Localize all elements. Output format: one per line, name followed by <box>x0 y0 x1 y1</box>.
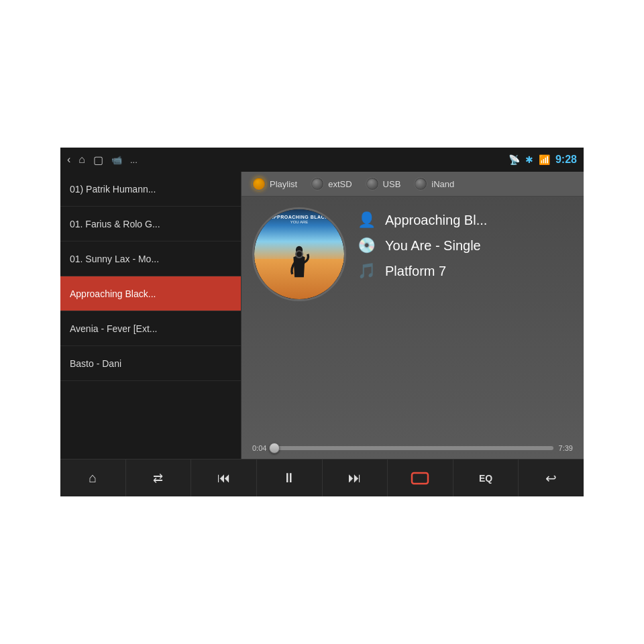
main-layout: 01) Patrik Humann...01. Farius & Rolo G.… <box>60 172 584 459</box>
home-button[interactable]: ⌂ <box>78 154 85 166</box>
source-tabs: PlaylistextSDUSBiNand <box>241 172 584 197</box>
now-playing: APPROACHING BLACK YOU ARE <box>241 197 584 444</box>
pause-button[interactable]: ⏸ <box>257 460 323 496</box>
album-center <box>295 250 303 258</box>
back-ctrl-button[interactable]: ↩ <box>519 460 584 496</box>
bluetooth-icon: ✱ <box>525 154 533 165</box>
album-row: 💿 You Are - Single <box>357 237 573 254</box>
source-dot-inand <box>414 177 427 191</box>
artist-name: Approaching Bl... <box>385 213 487 228</box>
source-tab-extsd[interactable]: extSD <box>311 177 352 191</box>
repeat-button[interactable] <box>388 460 453 496</box>
artist-icon: 👤 <box>357 211 376 229</box>
playlist-sidebar: 01) Patrik Humann...01. Farius & Rolo G.… <box>60 172 241 459</box>
clock: 9:28 <box>555 154 577 166</box>
time-current: 0:04 <box>252 444 266 452</box>
music-icon: 🎵 <box>357 262 376 280</box>
source-dot-usb <box>366 177 379 191</box>
svg-rect-1 <box>412 473 428 484</box>
shuffle-button[interactable]: ⇄ <box>126 460 192 496</box>
playlist-item[interactable]: 01) Patrik Humann... <box>60 172 241 207</box>
home-ctrl-button[interactable]: ⌂ <box>60 460 126 496</box>
album-name: You Are - Single <box>385 238 481 254</box>
track-row: 🎵 Platform 7 <box>357 262 573 280</box>
source-tab-usb[interactable]: USB <box>366 177 401 191</box>
source-tab-inand[interactable]: iNand <box>414 177 454 191</box>
source-tab-label-extsd: extSD <box>328 179 352 189</box>
playlist-item[interactable]: 01. Sunny Lax - Mo... <box>60 241 241 276</box>
track-info: 👤 Approaching Bl... 💿 You Are - Single 🎵… <box>357 205 573 280</box>
source-tab-label-playlist: Playlist <box>270 179 297 189</box>
next-button[interactable]: ⏭ <box>323 460 388 496</box>
source-tab-label-inand: iNand <box>431 179 454 189</box>
pause-icon: ⏸ <box>282 470 296 486</box>
source-tab-label-usb: USB <box>383 179 401 189</box>
album-title-text: APPROACHING BLACK <box>254 215 344 219</box>
camera-button[interactable]: 📹 <box>111 155 122 165</box>
cast-icon: 📡 <box>508 154 520 165</box>
playlist-item[interactable]: Basto - Dani <box>60 346 241 381</box>
source-dot-playlist <box>252 177 266 191</box>
shuffle-icon: ⇄ <box>153 471 163 486</box>
repeat-icon <box>411 470 429 486</box>
prev-button[interactable]: ⏮ <box>191 460 257 496</box>
status-bar-right: 📡 ✱ 📶 9:28 <box>508 154 577 166</box>
playlist-item-label: Basto - Dani <box>70 358 121 369</box>
device-frame: ‹ ⌂ ▢ 📹 ... 📡 ✱ 📶 9:28 01) Patrik Humann… <box>60 148 584 496</box>
bottom-controls: ⌂ ⇄ ⏮ ⏸ ⏭ EQ ↩ <box>60 459 584 496</box>
status-bar-left: ‹ ⌂ ▢ 📹 ... <box>67 154 138 166</box>
time-total: 7:39 <box>559 444 573 452</box>
playlist-item-label: 01. Farius & Rolo G... <box>70 219 160 229</box>
source-dot-extsd <box>311 177 324 191</box>
album-icon: 💿 <box>357 237 376 254</box>
artist-row: 👤 Approaching Bl... <box>357 211 573 229</box>
next-icon: ⏭ <box>348 470 362 486</box>
home-ctrl-icon: ⌂ <box>89 470 97 486</box>
prev-icon: ⏮ <box>217 470 231 486</box>
playlist-item-label: Avenia - Fever [Ext... <box>70 323 157 334</box>
progress-thumb[interactable] <box>269 443 280 453</box>
recents-button[interactable]: ▢ <box>93 154 103 166</box>
playlist-item[interactable]: Avenia - Fever [Ext... <box>60 311 241 346</box>
playlist-item[interactable]: 01. Farius & Rolo G... <box>60 207 241 241</box>
player-area: PlaylistextSDUSBiNand APPROACHING BLACK … <box>241 172 584 459</box>
more-button[interactable]: ... <box>130 155 138 165</box>
playlist-item[interactable]: Approaching Black... <box>60 276 241 311</box>
eq-button[interactable]: EQ <box>453 460 519 496</box>
back-ctrl-icon: ↩ <box>545 470 557 486</box>
back-button[interactable]: ‹ <box>67 154 70 166</box>
progress-section: 0:04 7:39 <box>241 444 584 459</box>
playlist-item-label: 01) Patrik Humann... <box>70 184 156 195</box>
eq-label: EQ <box>479 473 492 484</box>
status-bar: ‹ ⌂ ▢ 📹 ... 📡 ✱ 📶 9:28 <box>60 148 584 172</box>
track-name: Platform 7 <box>385 264 446 279</box>
album-subtitle-text: YOU ARE <box>254 220 344 224</box>
album-art: APPROACHING BLACK YOU ARE <box>252 207 346 301</box>
wifi-icon: 📶 <box>539 154 550 165</box>
playlist-item-label: 01. Sunny Lax - Mo... <box>70 254 159 264</box>
progress-bar-container: 0:04 7:39 <box>252 444 573 452</box>
progress-track[interactable] <box>272 446 553 450</box>
source-tab-playlist[interactable]: Playlist <box>252 177 297 191</box>
playlist-item-label: Approaching Black... <box>70 288 156 299</box>
